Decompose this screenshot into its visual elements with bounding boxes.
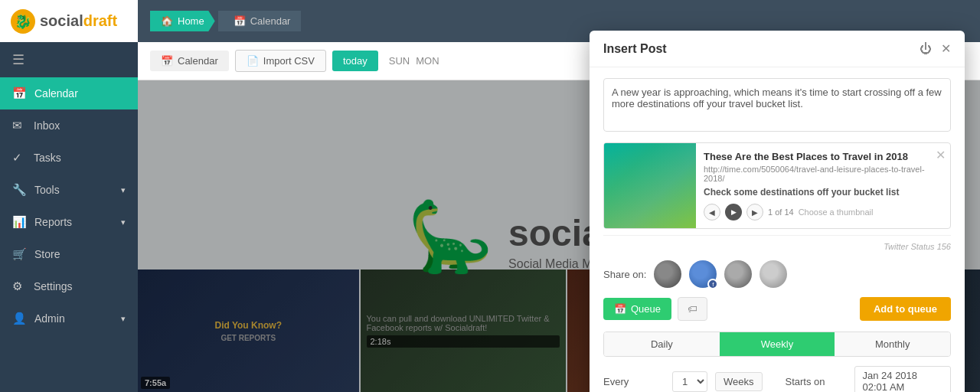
post-text-input[interactable]: A new year is approaching, which means i… [603,78,951,132]
tab-weekly[interactable]: Weekly [720,332,835,356]
avatar-linkedin[interactable] [760,260,787,288]
link-preview: ✕ These Are the Best Places to Travel in… [603,142,951,229]
action-row: 📅 Queue 🏷 Add to queue [603,297,951,321]
schedule-options: Every 1 2 3 Weeks Starts on Jan 24 2018 … [603,366,951,392]
share-label: Share on: [603,269,646,280]
add-to-queue-button[interactable]: Add to queue [860,297,951,321]
share-section: Share on: f [603,260,951,288]
avatar-twitter[interactable] [654,260,681,288]
link-preview-title: These Are the Best Places to Travel in 2… [704,151,942,162]
avatar-instagram[interactable] [724,260,752,288]
modal-header: Insert Post ⏻ ✕ [590,31,965,67]
link-preview-body: ✕ These Are the Best Places to Travel in… [696,143,950,228]
twitter-status: Twitter Status 156 [603,235,951,251]
nav-counter: 1 of 14 [768,207,794,217]
insert-post-modal: Insert Post ⏻ ✕ A new year is approachin… [590,31,965,392]
link-preview-image [604,143,696,228]
power-button[interactable]: ⏻ [920,42,932,56]
choose-thumbnail[interactable]: Choose a thumbnail [799,207,874,217]
tab-monthly[interactable]: Monthly [835,332,950,356]
prev-arrow[interactable]: ◀ [704,204,720,220]
modal-body: A new year is approaching, which means i… [590,67,965,392]
schedule-tabs: Daily Weekly Monthly [603,332,951,357]
preview-close-button[interactable]: ✕ [936,148,946,162]
avatar-facebook-wrapper: f [689,260,717,288]
queue-button[interactable]: 📅 Queue [603,298,671,320]
modal-title: Insert Post [603,42,667,56]
action-left: 📅 Queue 🏷 [603,297,707,321]
tag-button[interactable]: 🏷 [678,297,707,321]
modal-header-actions: ⏻ ✕ [920,41,951,56]
every-label: Every [603,376,665,387]
every-unit: Weeks [715,372,763,391]
every-row: Every 1 2 3 Weeks Starts on Jan 24 2018 … [603,366,951,392]
facebook-badge: f [707,279,718,289]
starts-on-label: Starts on [786,376,847,387]
play-button[interactable]: ▶ [725,204,742,220]
next-arrow[interactable]: ▶ [746,204,763,220]
close-button[interactable]: ✕ [941,41,951,56]
link-preview-nav: ◀ ▶ ▶ 1 of 14 Choose a thumbnail [704,204,942,220]
queue-icon: 📅 [614,303,626,315]
tab-daily[interactable]: Daily [604,332,720,356]
every-select[interactable]: 1 2 3 [672,371,707,392]
link-preview-desc: Check some destinations off your bucket … [704,187,942,198]
modal-backdrop: Insert Post ⏻ ✕ A new year is approachin… [0,0,980,392]
link-preview-url: http://time.com/5050064/travel-and-leisu… [704,165,942,183]
starts-on-value[interactable]: Jan 24 2018 02:01 AM [854,366,952,392]
